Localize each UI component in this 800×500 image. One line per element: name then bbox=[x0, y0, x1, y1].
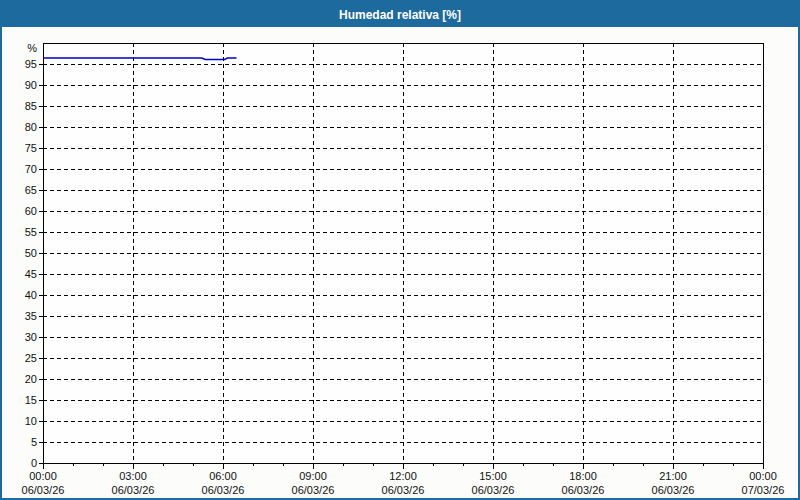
window-frame: Humedad relativa [%] 0510152025303540455… bbox=[0, 0, 800, 500]
y-tick-label: 20 bbox=[25, 373, 37, 385]
y-tick-label: 60 bbox=[25, 205, 37, 217]
y-tick-label: 95 bbox=[25, 58, 37, 70]
y-tick-label: 75 bbox=[25, 142, 37, 154]
y-tick-label: 25 bbox=[25, 352, 37, 364]
y-tick-label: 10 bbox=[25, 415, 37, 427]
y-tick-label: 35 bbox=[25, 310, 37, 322]
humidity-chart: 05101520253035404550556065707580859095%0… bbox=[2, 2, 800, 500]
x-date-label: 06/03/26 bbox=[112, 484, 155, 496]
x-time-label: 00:00 bbox=[749, 470, 777, 482]
y-tick-label: 80 bbox=[25, 121, 37, 133]
x-time-label: 12:00 bbox=[389, 470, 417, 482]
x-time-label: 03:00 bbox=[119, 470, 147, 482]
y-tick-label: 30 bbox=[25, 331, 37, 343]
x-time-label: 00:00 bbox=[29, 470, 57, 482]
y-tick-label: 65 bbox=[25, 184, 37, 196]
x-date-label: 06/03/26 bbox=[292, 484, 335, 496]
y-tick-label: 40 bbox=[25, 289, 37, 301]
y-tick-label: 5 bbox=[31, 436, 37, 448]
y-axis-unit-label: % bbox=[27, 42, 37, 54]
x-time-label: 09:00 bbox=[299, 470, 327, 482]
y-tick-label: 15 bbox=[25, 394, 37, 406]
x-time-label: 15:00 bbox=[479, 470, 507, 482]
x-date-label: 06/03/26 bbox=[562, 484, 605, 496]
y-tick-label: 85 bbox=[25, 100, 37, 112]
x-date-label: 06/03/26 bbox=[202, 484, 245, 496]
y-tick-label: 55 bbox=[25, 226, 37, 238]
x-date-label: 06/03/26 bbox=[382, 484, 425, 496]
y-tick-label: 0 bbox=[31, 457, 37, 469]
y-tick-label: 45 bbox=[25, 268, 37, 280]
y-tick-label: 70 bbox=[25, 163, 37, 175]
x-date-label: 06/03/26 bbox=[652, 484, 695, 496]
x-time-label: 06:00 bbox=[209, 470, 237, 482]
x-time-label: 21:00 bbox=[659, 470, 687, 482]
x-date-label: 06/03/26 bbox=[22, 484, 65, 496]
y-tick-label: 50 bbox=[25, 247, 37, 259]
x-time-label: 18:00 bbox=[569, 470, 597, 482]
y-tick-label: 90 bbox=[25, 79, 37, 91]
x-date-label: 06/03/26 bbox=[472, 484, 515, 496]
x-date-label: 07/03/26 bbox=[742, 484, 785, 496]
